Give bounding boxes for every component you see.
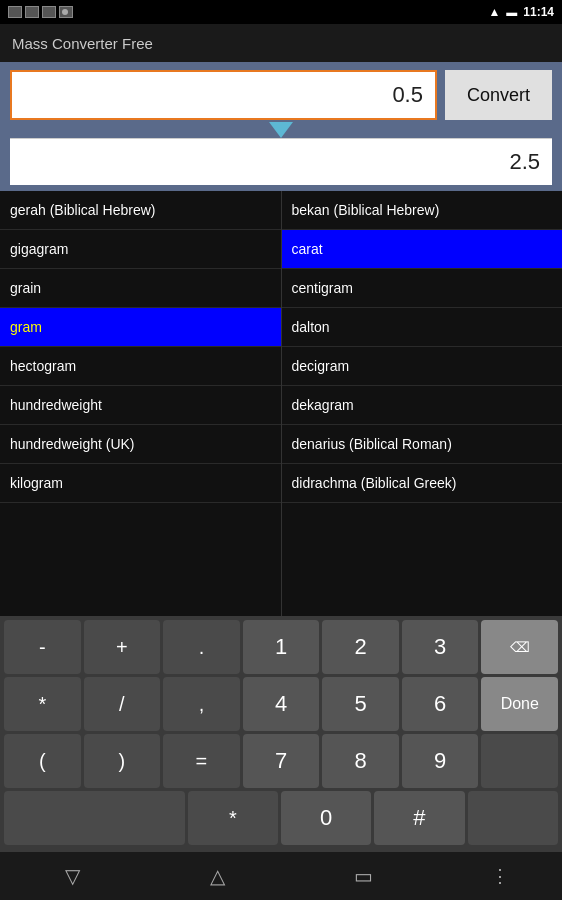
status-bar: ▲ ▬ 11:14: [0, 0, 562, 24]
key-4[interactable]: 4: [243, 677, 320, 731]
key-x[interactable]: #: [374, 791, 464, 845]
key-x[interactable]: /: [84, 677, 161, 731]
result-value: 2.5: [509, 149, 540, 174]
keyboard-row: ()=789: [4, 734, 558, 788]
key-5[interactable]: 5: [322, 677, 399, 731]
triangle-indicator: [10, 122, 552, 138]
key-x[interactable]: (: [4, 734, 81, 788]
key-empty: [481, 734, 558, 788]
keyboard-row: -+.123⌫: [4, 620, 558, 674]
right-unit-column[interactable]: bekan (Biblical Hebrew)caratcentigramdal…: [282, 191, 563, 616]
left-unit-item[interactable]: gigagram: [0, 230, 281, 269]
key-x[interactable]: -: [4, 620, 81, 674]
key-x[interactable]: =: [163, 734, 240, 788]
back-button[interactable]: ▽: [45, 856, 100, 896]
left-unit-column[interactable]: gerah (Biblical Hebrew)gigagramgraingram…: [0, 191, 282, 616]
key-3[interactable]: 3: [402, 620, 479, 674]
nav-bar: ▽ △ ▭ ⋮: [0, 852, 562, 900]
key-1[interactable]: 1: [243, 620, 320, 674]
key-x[interactable]: *: [188, 791, 278, 845]
key-x[interactable]: ): [84, 734, 161, 788]
input-row: Convert: [10, 70, 552, 120]
right-unit-item[interactable]: carat: [282, 230, 563, 269]
title-bar: Mass Converter Free: [0, 24, 562, 62]
key-x[interactable]: +: [84, 620, 161, 674]
home-button[interactable]: △: [190, 856, 245, 896]
status-icons-left: [8, 6, 73, 18]
menu-button[interactable]: ⋮: [483, 857, 517, 895]
right-unit-item[interactable]: dalton: [282, 308, 563, 347]
convert-button[interactable]: Convert: [445, 70, 552, 120]
key-x[interactable]: ,: [163, 677, 240, 731]
key-8[interactable]: 8: [322, 734, 399, 788]
keyboard-row: *0#: [4, 791, 558, 845]
right-unit-item[interactable]: bekan (Biblical Hebrew): [282, 191, 563, 230]
key-Done[interactable]: Done: [481, 677, 558, 731]
battery-icon: ▬: [506, 6, 517, 18]
key-6[interactable]: 6: [402, 677, 479, 731]
key-x[interactable]: *: [4, 677, 81, 731]
key-empty: [468, 791, 558, 845]
keyboard: -+.123⌫*/,456Done()=789*0#: [0, 616, 562, 852]
recents-button[interactable]: ▭: [334, 856, 393, 896]
status-time: 11:14: [523, 5, 554, 19]
input-area: Convert: [0, 62, 562, 138]
left-unit-item[interactable]: kilogram: [0, 464, 281, 503]
key-7[interactable]: 7: [243, 734, 320, 788]
app-title: Mass Converter Free: [12, 35, 153, 52]
right-unit-item[interactable]: decigram: [282, 347, 563, 386]
key-9[interactable]: 9: [402, 734, 479, 788]
key-empty: [4, 791, 185, 845]
key-x[interactable]: .: [163, 620, 240, 674]
key-2[interactable]: 2: [322, 620, 399, 674]
right-unit-item[interactable]: centigram: [282, 269, 563, 308]
left-unit-item[interactable]: gram: [0, 308, 281, 347]
unit-lists: gerah (Biblical Hebrew)gigagramgraingram…: [0, 191, 562, 616]
left-unit-item[interactable]: gerah (Biblical Hebrew): [0, 191, 281, 230]
left-unit-item[interactable]: hectogram: [0, 347, 281, 386]
key-x[interactable]: ⌫: [481, 620, 558, 674]
result-area: 2.5: [10, 138, 552, 185]
key-0[interactable]: 0: [281, 791, 371, 845]
cursor-triangle: [269, 122, 293, 138]
status-icons-right: ▲ ▬ 11:14: [488, 5, 554, 19]
keyboard-row: */,456Done: [4, 677, 558, 731]
left-unit-item[interactable]: hundredweight: [0, 386, 281, 425]
left-unit-item[interactable]: grain: [0, 269, 281, 308]
right-unit-item[interactable]: didrachma (Biblical Greek): [282, 464, 563, 503]
left-unit-item[interactable]: hundredweight (UK): [0, 425, 281, 464]
value-input[interactable]: [10, 70, 437, 120]
right-unit-item[interactable]: dekagram: [282, 386, 563, 425]
wifi-icon: ▲: [488, 5, 500, 19]
right-unit-item[interactable]: denarius (Biblical Roman): [282, 425, 563, 464]
